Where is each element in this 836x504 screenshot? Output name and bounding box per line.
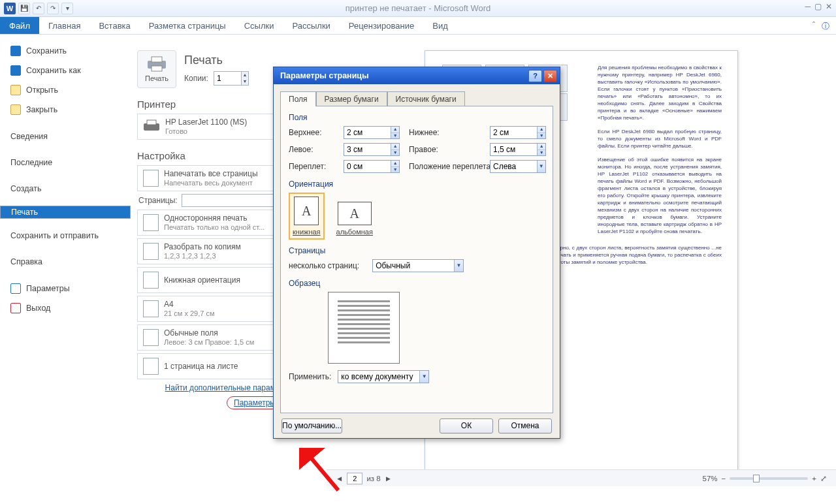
nav-label: Сохранить и отправить (10, 231, 99, 240)
spinner-down-icon[interactable]: ▼ (538, 150, 545, 156)
dialog-help-icon[interactable]: ? (528, 70, 542, 82)
prev-page-icon[interactable]: ◄ (336, 475, 343, 482)
ribbon-tab-pagelayout[interactable]: Разметка страницы (140, 17, 235, 34)
zoom-out-icon[interactable]: − (722, 475, 726, 482)
help-icon[interactable]: ⓘ (822, 21, 829, 32)
zoom-slider[interactable] (730, 477, 808, 480)
maximize-icon[interactable]: ▢ (814, 2, 822, 11)
fit-page-icon[interactable]: ⤢ (820, 474, 827, 483)
bottom-margin-value[interactable] (490, 127, 537, 138)
right-margin-input[interactable]: ▲▼ (490, 143, 546, 156)
bottom-margin-input[interactable]: ▲▼ (490, 126, 546, 139)
close-window-icon[interactable]: ✕ (826, 2, 832, 11)
nav-new[interactable]: Создать (0, 180, 131, 198)
orientation-landscape[interactable]: A альбомная (332, 198, 377, 240)
slider-knob[interactable] (753, 475, 760, 482)
orientation-portrait[interactable]: A книжная (289, 193, 325, 240)
top-margin-value[interactable] (344, 127, 391, 138)
top-margin-input[interactable]: ▲▼ (344, 126, 400, 139)
chevron-down-icon[interactable]: ▼ (537, 161, 545, 172)
nav-close-doc[interactable]: Закрыть (0, 100, 131, 119)
label: Книжная ориентация (164, 276, 240, 285)
orientation-fieldset: Ориентация A книжная A альбомная (289, 180, 545, 240)
apply-value[interactable] (338, 371, 419, 383)
nav-save-send[interactable]: Сохранить и отправить (0, 227, 131, 245)
right-margin-value[interactable] (490, 144, 537, 155)
nav-save[interactable]: Сохранить (0, 41, 131, 61)
gutter-input[interactable]: ▲▼ (344, 160, 400, 173)
gutter-value[interactable] (344, 161, 391, 172)
copies-input[interactable] (214, 72, 241, 85)
ribbon-tab-home[interactable]: Главная (39, 17, 89, 34)
ribbon-tab-review[interactable]: Рецензирование (340, 17, 423, 34)
preview-text: Для решения проблемы необходимо в свойст… (598, 64, 722, 121)
ribbon-tab-view[interactable]: Вид (423, 17, 457, 34)
margins-icon (143, 329, 159, 346)
spinner-down-icon[interactable]: ▼ (391, 150, 399, 156)
spinner-up-icon[interactable]: ▲ (391, 161, 399, 167)
multi-pages-select[interactable]: ▼ (372, 259, 464, 272)
ribbon-tab-references[interactable]: Ссылки (235, 17, 283, 34)
print-button[interactable]: Печать (137, 50, 176, 88)
spinner-up-icon[interactable]: ▲ (538, 127, 545, 133)
spinner-down-icon[interactable]: ▼ (391, 133, 399, 139)
apply-select[interactable]: ▼ (338, 370, 429, 383)
label: 1 страница на листе (164, 362, 238, 371)
page-number-input[interactable] (347, 473, 362, 484)
spinner-up-icon[interactable]: ▲ (391, 144, 399, 150)
qat-undo-icon[interactable]: ↶ (33, 3, 44, 14)
tab-paper-size[interactable]: Размер бумаги (316, 91, 387, 106)
cancel-button[interactable]: Отмена (498, 418, 552, 433)
one-side-icon (143, 214, 159, 231)
minimize-icon[interactable]: ─ (805, 2, 811, 11)
exit-icon (10, 303, 21, 313)
quick-access-toolbar: W 💾 ↶ ↷ ▾ (0, 3, 73, 14)
qat-customize-icon[interactable]: ▾ (61, 3, 73, 14)
sublabel: 1,2,3 1,2,3 1,2,3 (164, 251, 241, 260)
preview-statusbar: ◄ из 8 ► 57% − + ⤢ (327, 469, 836, 486)
nav-open[interactable]: Открыть (0, 80, 131, 100)
zoom-in-icon[interactable]: + (812, 475, 816, 482)
spinner-up-icon[interactable]: ▲ (391, 127, 399, 133)
ribbon-tab-file[interactable]: Файл (0, 17, 39, 34)
sample-preview (328, 292, 400, 364)
nav-label: Закрыть (26, 105, 57, 114)
printer-status: Готово (165, 127, 247, 136)
tab-margins[interactable]: Поля (280, 91, 316, 106)
next-page-icon[interactable]: ► (385, 475, 392, 482)
collate-icon (143, 243, 159, 260)
default-button[interactable]: По умолчанию... (281, 418, 342, 433)
gutter-pos-select[interactable]: ▼ (490, 160, 546, 173)
spinner-down-icon[interactable]: ▼ (391, 167, 399, 173)
save-as-icon (10, 65, 21, 76)
nav-options[interactable]: Параметры (0, 279, 131, 298)
qat-save-icon[interactable]: 💾 (18, 3, 30, 14)
multi-pages-value[interactable] (373, 260, 454, 272)
nav-info[interactable]: Сведения (0, 127, 131, 146)
nav-exit[interactable]: Выход (0, 298, 131, 318)
nav-help[interactable]: Справка (0, 253, 131, 271)
tab-paper-source[interactable]: Источник бумаги (387, 91, 465, 106)
qat-redo-icon[interactable]: ↷ (47, 3, 59, 14)
ribbon-tab-mailings[interactable]: Рассылки (283, 17, 340, 34)
ribbon-minimize-icon[interactable]: ˆ (812, 21, 815, 32)
ribbon-tab-insert[interactable]: Вставка (89, 17, 139, 34)
left-margin-input[interactable]: ▲▼ (344, 143, 400, 156)
gutter-pos-value[interactable] (490, 161, 537, 172)
nav-recent[interactable]: Последние (0, 153, 131, 172)
chevron-down-icon[interactable]: ▼ (454, 260, 463, 272)
dialog-close-icon[interactable]: ✕ (543, 70, 557, 82)
nav-print[interactable]: Печать (0, 206, 131, 219)
spinner-down-icon[interactable]: ▼ (538, 133, 545, 139)
spinner-up-icon[interactable]: ▲ (538, 144, 545, 150)
nav-save-as[interactable]: Сохранить как (0, 61, 131, 80)
chevron-down-icon[interactable]: ▼ (419, 371, 428, 383)
left-margin-value[interactable] (344, 144, 391, 155)
right-margin-label: Правое: (409, 145, 481, 154)
copies-spinner[interactable]: ▲▼ (214, 71, 249, 86)
gutter-label: Переплет: (289, 162, 334, 171)
spinner-up-icon[interactable]: ▲ (242, 72, 248, 78)
spinner-down-icon[interactable]: ▼ (242, 78, 248, 85)
dialog-titlebar[interactable]: Параметры страницы ? ✕ (274, 67, 560, 84)
ok-button[interactable]: ОК (440, 418, 493, 433)
